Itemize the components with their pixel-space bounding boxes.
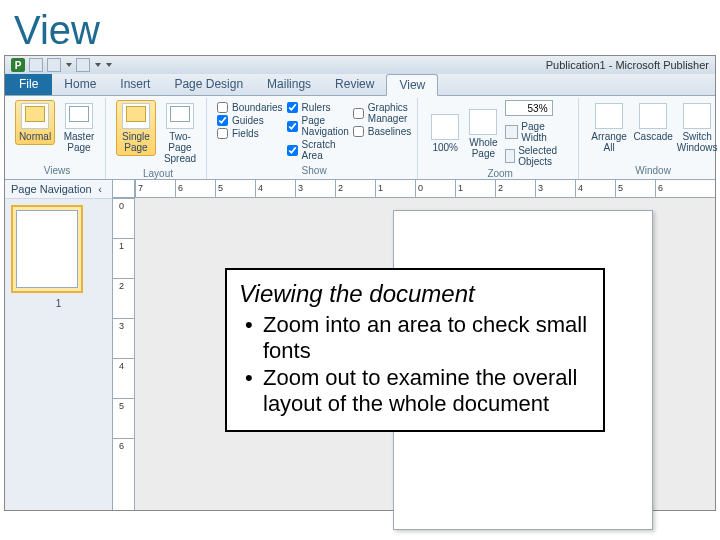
qat-customize-icon[interactable] [106,63,112,67]
selected-objects-icon [505,149,516,163]
chk-baselines-label: Baselines [368,126,411,137]
page-thumbnail-1[interactable] [11,205,83,293]
page-thumbnail-number: 1 [11,298,106,309]
group-show: Boundaries Guides Fields Rulers Page Nav… [211,98,418,179]
tab-home[interactable]: Home [52,74,108,95]
zoom-100-label: 100% [432,142,458,153]
chk-fields[interactable]: Fields [217,128,283,139]
slide-title: View [0,0,720,55]
group-window: Arrange All Cascade Switch Windows Windo… [583,98,720,179]
master-page-icon [65,103,93,129]
title-bar: P Publication1 - Microsoft Publisher [5,56,715,74]
h-tick: 5 [618,183,623,193]
single-page-icon [122,103,150,129]
selected-objects-label: Selected Objects [518,145,572,167]
chk-guides[interactable]: Guides [217,115,283,126]
chk-rulers-label: Rulers [302,102,331,113]
group-show-name: Show [302,164,327,177]
chk-fields-label: Fields [232,128,259,139]
undo-icon[interactable] [47,58,61,72]
h-tick: 6 [178,183,183,193]
cascade-button[interactable]: Cascade [633,100,673,145]
zoom-100-button[interactable]: 100% [428,111,462,156]
chk-page-nav[interactable]: Page Navigation [287,115,349,137]
master-page-button[interactable]: Master Page [59,100,99,156]
cascade-icon [639,103,667,129]
v-tick: 5 [119,401,124,411]
overlay-bullet: Zoom out to examine the overall layout o… [239,365,591,418]
window-title-text: Publication1 - Microsoft Publisher [546,59,709,71]
switch-windows-label: Switch Windows [677,131,718,153]
chk-scratch[interactable]: Scratch Area [287,139,349,161]
chk-scratch-label: Scratch Area [302,139,349,161]
page-navigation-header: Page Navigation ‹ [5,180,112,199]
arrange-all-label: Arrange All [591,131,627,153]
h-tick: 1 [458,183,463,193]
single-page-button[interactable]: Single Page [116,100,156,156]
group-views-name: Views [44,164,71,177]
chk-guides-label: Guides [232,115,264,126]
two-page-icon [166,103,194,129]
arrange-all-icon [595,103,623,129]
page-width-icon [505,125,519,139]
redo-dropdown-icon[interactable] [95,63,101,67]
group-layout-name: Layout [143,167,173,180]
h-tick: 2 [498,183,503,193]
switch-windows-icon [683,103,711,129]
selected-objects-button[interactable]: Selected Objects [505,145,573,167]
save-icon[interactable] [29,58,43,72]
h-tick: 6 [658,183,663,193]
tab-page-design[interactable]: Page Design [162,74,255,95]
chk-boundaries-label: Boundaries [232,102,283,113]
chk-page-nav-label: Page Navigation [302,115,349,137]
page-navigation-pane: Page Navigation ‹ 1 [5,180,113,510]
v-tick: 1 [119,241,124,251]
v-tick: 6 [119,441,124,451]
h-tick: 1 [378,183,383,193]
switch-windows-button[interactable]: Switch Windows [677,100,717,156]
overlay-bullet: Zoom into an area to check small fonts [239,312,591,365]
ribbon-tabs: File Home Insert Page Design Mailings Re… [5,74,715,96]
v-tick: 0 [119,201,124,211]
chk-graphics-mgr-label: Graphics Manager [368,102,411,124]
h-tick: 4 [258,183,263,193]
group-layout: Single Page Two-Page Spread Layout [110,98,207,179]
chk-boundaries[interactable]: Boundaries [217,102,283,113]
h-tick: 5 [218,183,223,193]
master-page-label: Master Page [62,131,96,153]
tab-view[interactable]: View [386,74,438,96]
normal-view-button[interactable]: Normal [15,100,55,145]
group-zoom: 100% Whole Page 53% Page Width Selected … [422,98,579,179]
v-tick: 4 [119,361,124,371]
tab-insert[interactable]: Insert [108,74,162,95]
normal-view-label: Normal [19,131,51,142]
collapse-pane-icon[interactable]: ‹ [94,183,106,195]
chk-graphics-mgr[interactable]: Graphics Manager [353,102,411,124]
horizontal-ruler: 7 6 5 4 3 2 1 0 1 2 3 4 5 6 [135,180,715,198]
vertical-ruler: 0 1 2 3 4 5 6 [113,198,135,510]
whole-page-button[interactable]: Whole Page [466,106,500,162]
page-width-button[interactable]: Page Width [505,121,573,143]
arrange-all-button[interactable]: Arrange All [589,100,629,156]
tab-file[interactable]: File [5,74,52,95]
redo-icon[interactable] [76,58,90,72]
two-page-label: Two-Page Spread [163,131,197,164]
two-page-button[interactable]: Two-Page Spread [160,100,200,167]
tab-review[interactable]: Review [323,74,386,95]
h-tick: 3 [298,183,303,193]
chk-baselines[interactable]: Baselines [353,126,411,137]
page-width-label: Page Width [521,121,572,143]
v-tick: 3 [119,321,124,331]
group-window-name: Window [635,164,671,177]
v-tick: 2 [119,281,124,291]
undo-dropdown-icon[interactable] [66,63,72,67]
tab-mailings[interactable]: Mailings [255,74,323,95]
zoom-value-input[interactable]: 53% [505,100,553,116]
ruler-corner [113,180,135,198]
cascade-label: Cascade [633,131,672,142]
whole-page-label: Whole Page [469,137,497,159]
chk-rulers[interactable]: Rulers [287,102,349,113]
zoom-100-icon [431,114,459,140]
group-views: Normal Master Page Views [9,98,106,179]
whole-page-icon [469,109,497,135]
